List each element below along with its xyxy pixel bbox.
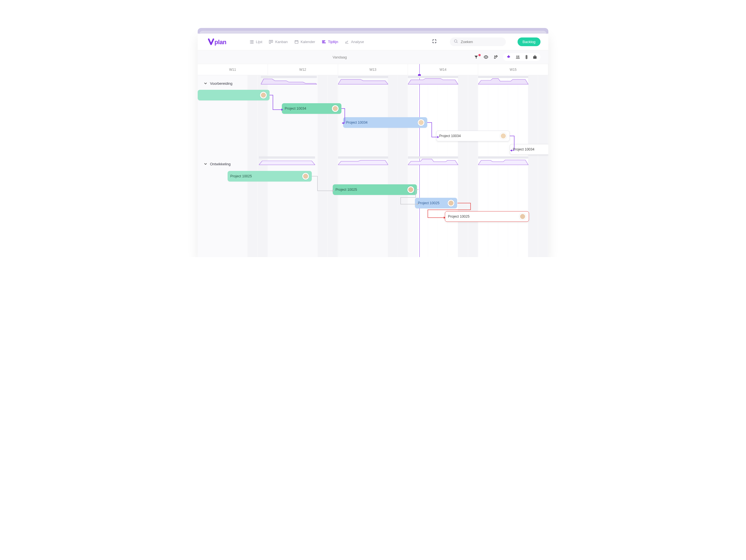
chevron-down-icon — [204, 82, 208, 86]
capacity-chart — [408, 157, 458, 165]
week-header: W14 — [408, 64, 478, 75]
search-input[interactable] — [461, 40, 508, 44]
capacity-chart — [478, 157, 528, 165]
team-icon[interactable] — [515, 55, 520, 59]
traffic-icon[interactable] — [525, 55, 528, 59]
filter-badge — [479, 54, 481, 56]
svg-rect-22 — [338, 157, 388, 159]
avatar — [332, 105, 339, 112]
group-header-ontwikkeling[interactable]: Ontwikkeling — [198, 158, 237, 166]
analyse-icon — [345, 40, 349, 44]
task-card[interactable]: Project 10025 — [333, 184, 417, 195]
task-card[interactable]: Project 10025 — [228, 171, 312, 181]
svg-text:plan: plan — [214, 38, 226, 45]
svg-point-9 — [526, 56, 527, 56]
dependency-link — [269, 90, 284, 115]
tab-label: Analyse — [351, 40, 364, 44]
avatar — [407, 186, 414, 193]
timeline-viewport[interactable]: W11 W12 W13 W14 W15 Voorbereid — [198, 64, 548, 257]
briefcase-icon[interactable] — [533, 55, 537, 59]
search-icon — [454, 39, 458, 45]
tab-lijst[interactable]: Lijst — [250, 40, 262, 44]
app-header: plan Lijst Kanban Kalender Tij — [198, 34, 548, 50]
today-label[interactable]: Vandaag — [205, 55, 474, 59]
task-label: Project 10025 — [418, 201, 439, 205]
kanban-icon — [269, 40, 273, 44]
svg-rect-1 — [269, 40, 271, 44]
tab-label: Kalender — [300, 40, 315, 44]
task-card[interactable]: Project 10034 — [510, 144, 548, 155]
tab-tijdlijn[interactable]: Tijdlijn — [322, 40, 338, 44]
capacity-chart — [338, 76, 388, 85]
chevron-down-icon — [204, 162, 208, 166]
week-header: W15 — [478, 64, 548, 75]
app-window: plan Lijst Kanban Kalender Tij — [198, 34, 548, 257]
task-card[interactable]: Project 10025 — [445, 211, 529, 222]
task-label: Project 10025 — [230, 174, 252, 178]
svg-rect-12 — [533, 56, 537, 59]
svg-point-6 — [516, 56, 518, 57]
week-headers: W11 W12 W13 W14 W15 — [198, 64, 548, 75]
timeline-icon — [322, 40, 326, 44]
view-options-group — [503, 53, 541, 61]
svg-rect-15 — [408, 76, 458, 78]
capacity-chart — [478, 76, 528, 85]
svg-point-10 — [526, 57, 527, 57]
logo: plan — [205, 38, 236, 46]
svg-rect-2 — [271, 40, 273, 43]
week-header: W11 — [198, 64, 268, 75]
svg-point-11 — [526, 58, 527, 58]
svg-rect-24 — [478, 157, 528, 159]
tab-label: Kanban — [275, 40, 288, 44]
avatar — [418, 119, 425, 126]
dependency-link — [312, 171, 335, 196]
task-label: Project 10034 — [285, 107, 306, 111]
task-card[interactable]: Project 10034 — [436, 131, 510, 141]
group-header-voorbereiding[interactable]: Voorbereiding — [198, 78, 238, 86]
task-card[interactable] — [198, 90, 269, 101]
task-card[interactable]: Project 10025 — [415, 198, 457, 208]
list-icon — [250, 40, 254, 44]
task-card[interactable]: Project 10034 — [282, 103, 341, 114]
tab-kalender[interactable]: Kalender — [294, 40, 315, 44]
timeline-toolbar: Vandaag — [198, 50, 548, 64]
tab-label: Lijst — [256, 40, 262, 44]
avatar — [500, 133, 507, 139]
filter-icon[interactable] — [474, 55, 479, 59]
group-name: Voorbereiding — [210, 81, 232, 86]
avatar — [519, 213, 526, 220]
avatar — [260, 92, 267, 99]
svg-rect-13 — [261, 76, 317, 78]
task-label: Project 10025 — [336, 188, 357, 192]
backlog-button[interactable]: Backlog — [518, 37, 541, 46]
week-header: W12 — [268, 64, 338, 75]
svg-rect-14 — [338, 76, 388, 78]
tab-analyse[interactable]: Analyse — [345, 40, 364, 44]
svg-point-7 — [518, 56, 519, 57]
capacity-chart — [408, 76, 458, 85]
integrations-icon[interactable] — [506, 55, 511, 59]
tab-label: Tijdlijn — [328, 40, 338, 44]
task-label: Project 10025 — [448, 215, 469, 219]
avatar — [302, 173, 309, 179]
task-label: Project 10034 — [346, 120, 367, 124]
task-card[interactable]: Project 10034 — [343, 117, 427, 128]
svg-rect-23 — [408, 157, 458, 159]
capacity-chart — [261, 76, 317, 85]
visibility-icon[interactable] — [483, 55, 488, 59]
capacity-chart — [259, 157, 315, 165]
svg-rect-21 — [259, 157, 315, 159]
calendar-icon — [294, 40, 298, 44]
group-name: Ontwikkeling — [210, 162, 231, 166]
task-label: Project 10034 — [513, 147, 534, 151]
task-label: Project 10034 — [439, 134, 461, 138]
expand-icon[interactable] — [432, 39, 436, 45]
view-tabs: Lijst Kanban Kalender Tijdlijn Analyse — [250, 40, 364, 44]
search-input-wrap[interactable] — [450, 37, 506, 46]
tools-icon[interactable] — [493, 55, 498, 59]
svg-point-4 — [454, 40, 457, 42]
svg-point-5 — [485, 56, 487, 58]
avatar — [448, 200, 454, 206]
tab-kanban[interactable]: Kanban — [269, 40, 288, 44]
svg-rect-3 — [295, 40, 298, 44]
